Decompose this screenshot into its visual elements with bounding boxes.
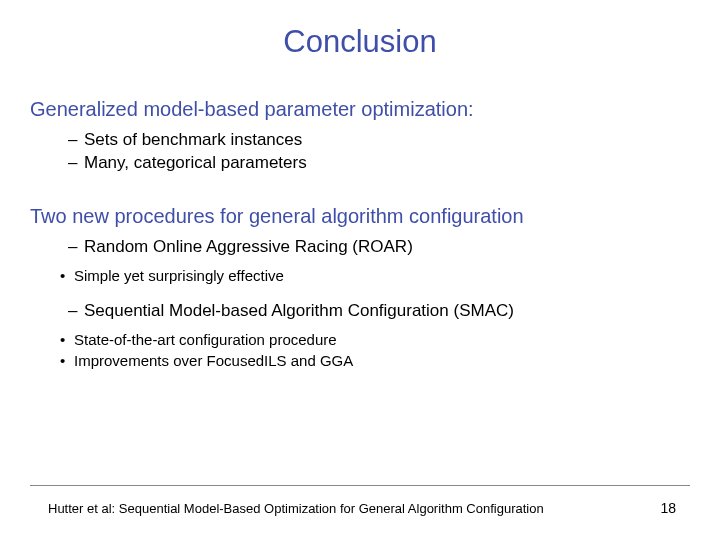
section-2: Two new procedures for general algorithm…: [30, 205, 690, 371]
list-item: State-of-the-art configuration procedure: [60, 329, 690, 350]
bullet-list: Sets of benchmark instances Many, catego…: [68, 129, 690, 175]
block: Sequential Model-based Algorithm Configu…: [30, 300, 690, 371]
section-heading: Two new procedures for general algorithm…: [30, 205, 690, 228]
bullet-list: Sequential Model-based Algorithm Configu…: [68, 300, 690, 323]
list-item: Sets of benchmark instances: [68, 129, 690, 152]
footer-text: Hutter et al: Sequential Model-Based Opt…: [30, 500, 690, 516]
sub-bullet-list: State-of-the-art configuration procedure…: [60, 329, 690, 371]
footer: Hutter et al: Sequential Model-Based Opt…: [30, 485, 690, 516]
sub-bullet-list: Simple yet surprisingly effective: [60, 265, 690, 286]
section-heading: Generalized model-based parameter optimi…: [30, 98, 690, 121]
section-1: Generalized model-based parameter optimi…: [30, 98, 690, 175]
slide-title: Conclusion: [30, 24, 690, 60]
list-item: Sequential Model-based Algorithm Configu…: [68, 300, 690, 323]
bullet-list: Random Online Aggressive Racing (ROAR): [68, 236, 690, 259]
slide-content: Conclusion Generalized model-based param…: [0, 0, 720, 540]
list-item: Many, categorical parameters: [68, 152, 690, 175]
footer-divider: [30, 485, 690, 486]
list-item: Simple yet surprisingly effective: [60, 265, 690, 286]
footer-citation: Hutter et al: Sequential Model-Based Opt…: [48, 501, 544, 516]
list-item: Random Online Aggressive Racing (ROAR): [68, 236, 690, 259]
page-number: 18: [660, 500, 676, 516]
list-item: Improvements over FocusedILS and GGA: [60, 350, 690, 371]
